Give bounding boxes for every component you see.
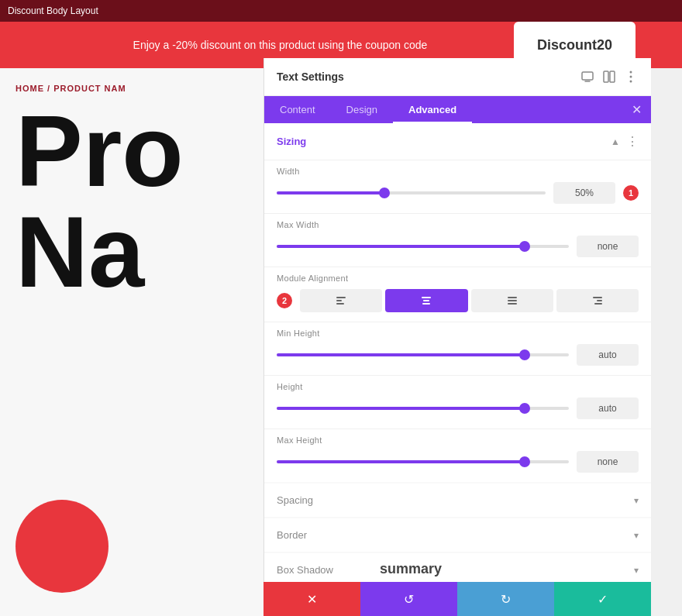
- tab-content[interactable]: Content: [264, 96, 331, 123]
- align-justify-button[interactable]: [471, 289, 553, 312]
- svg-rect-14: [508, 303, 517, 305]
- min-height-slider-row: [277, 344, 639, 366]
- tab-advanced[interactable]: Advanced: [393, 96, 472, 123]
- panel-title: Text Settings: [277, 71, 344, 83]
- save-icon: ✓: [598, 592, 608, 607]
- sizing-section-title: Sizing: [277, 136, 306, 147]
- min-height-slider-thumb[interactable]: [519, 349, 530, 360]
- tab-design[interactable]: Design: [331, 96, 393, 123]
- width-slider-track: [277, 191, 546, 194]
- svg-rect-15: [593, 297, 602, 298]
- svg-rect-13: [508, 300, 517, 301]
- height-slider-row: [277, 397, 639, 419]
- module-alignment-label: Module Alignment: [277, 274, 639, 283]
- svg-rect-2: [610, 71, 615, 82]
- svg-point-3: [630, 71, 632, 74]
- svg-rect-9: [422, 297, 431, 298]
- svg-point-5: [630, 81, 632, 83]
- sizing-section-menu[interactable]: ⋮: [626, 134, 639, 149]
- max-width-label: Max Width: [277, 220, 639, 229]
- max-height-slider-track: [277, 460, 569, 463]
- svg-rect-7: [336, 300, 342, 301]
- max-width-value-input[interactable]: [577, 236, 639, 257]
- box-shadow-chevron: ▾: [634, 565, 639, 576]
- width-value-input[interactable]: [553, 182, 615, 204]
- max-height-slider-row: [277, 451, 639, 473]
- sizing-chevron-up: ▲: [611, 136, 620, 147]
- cancel-button[interactable]: ✕: [264, 582, 360, 616]
- undo-icon: ↺: [404, 592, 414, 607]
- box-shadow-section-title: Box Shadow: [277, 564, 333, 576]
- max-height-value-input[interactable]: [577, 451, 639, 473]
- width-slider[interactable]: [277, 191, 546, 194]
- big-text-na: Na: [0, 201, 264, 302]
- max-height-label: Max Height: [277, 435, 639, 445]
- width-slider-thumb[interactable]: [379, 188, 390, 198]
- align-center-button[interactable]: [385, 289, 467, 312]
- min-height-slider-fill: [277, 353, 525, 356]
- alignment-buttons: [300, 289, 639, 312]
- max-width-slider[interactable]: [277, 245, 569, 248]
- page-content: HOME / PRODUCT NAM Pro Na: [0, 68, 264, 616]
- summary-text: summary: [333, 561, 488, 577]
- border-section: Border ▾: [264, 518, 651, 552]
- cancel-icon: ✕: [307, 592, 317, 607]
- border-section-title: Border: [277, 529, 307, 541]
- max-height-row: Max Height: [264, 428, 651, 482]
- width-label: Width: [277, 167, 639, 176]
- screen-icon[interactable]: [580, 69, 595, 84]
- panel-body: Sizing ▲ ⋮ Width 1: [264, 123, 651, 616]
- height-slider[interactable]: [277, 407, 569, 410]
- align-right-button[interactable]: [556, 289, 639, 312]
- max-width-slider-thumb[interactable]: [519, 241, 530, 252]
- top-bar: Discount Body Layout: [0, 0, 682, 22]
- height-row: Height: [264, 375, 651, 428]
- panel-header-icons: [580, 69, 639, 84]
- module-alignment-buttons-row: 2: [277, 289, 639, 312]
- sizing-section-header[interactable]: Sizing ▲ ⋮: [264, 123, 651, 160]
- border-section-header[interactable]: Border ▾: [264, 518, 651, 552]
- svg-rect-0: [582, 72, 593, 80]
- min-height-slider-track: [277, 353, 569, 356]
- svg-rect-1: [604, 71, 608, 82]
- max-width-slider-fill: [277, 245, 525, 248]
- spacing-chevron: ▾: [634, 495, 639, 506]
- height-slider-thumb[interactable]: [519, 403, 530, 414]
- settings-panel: Text Settings: [264, 58, 651, 616]
- top-bar-title: Discount Body Layout: [8, 5, 98, 16]
- svg-rect-6: [336, 297, 346, 298]
- height-value-input[interactable]: [577, 397, 639, 419]
- min-height-label: Min Height: [277, 329, 639, 338]
- panel-tabs: Content Design Advanced ✕: [264, 96, 651, 123]
- min-height-value-input[interactable]: [577, 344, 639, 366]
- redo-button[interactable]: ↻: [457, 582, 554, 616]
- max-width-row: Max Width: [264, 213, 651, 267]
- height-slider-fill: [277, 407, 525, 410]
- width-slider-row: 1: [277, 182, 639, 204]
- align-left-button[interactable]: [300, 289, 382, 312]
- svg-point-4: [630, 76, 632, 78]
- panel-header: Text Settings: [264, 58, 651, 96]
- discount-text: Enjoy a -20% discount on this product us…: [0, 39, 514, 51]
- columns-icon[interactable]: [601, 69, 617, 84]
- module-alignment-row: Module Alignment 2: [264, 267, 651, 322]
- spacing-section-header[interactable]: Spacing ▾: [264, 484, 651, 517]
- width-badge: 1: [623, 185, 639, 201]
- more-options-icon[interactable]: [623, 69, 639, 84]
- save-button[interactable]: ✓: [554, 582, 651, 616]
- min-height-slider[interactable]: [277, 353, 569, 356]
- max-height-slider-thumb[interactable]: [519, 456, 530, 467]
- min-height-row: Min Height: [264, 322, 651, 375]
- panel-close-button[interactable]: ✕: [632, 96, 651, 123]
- undo-button[interactable]: ↺: [360, 582, 457, 616]
- svg-rect-12: [508, 297, 517, 298]
- spacing-section-title: Spacing: [277, 494, 313, 506]
- svg-rect-8: [336, 303, 344, 305]
- svg-rect-11: [422, 303, 430, 305]
- max-height-slider[interactable]: [277, 460, 569, 463]
- svg-rect-17: [594, 303, 602, 305]
- svg-rect-16: [597, 300, 602, 301]
- spacing-section: Spacing ▾: [264, 484, 651, 517]
- max-width-slider-track: [277, 245, 569, 248]
- breadcrumb: HOME / PRODUCT NAM: [0, 68, 264, 101]
